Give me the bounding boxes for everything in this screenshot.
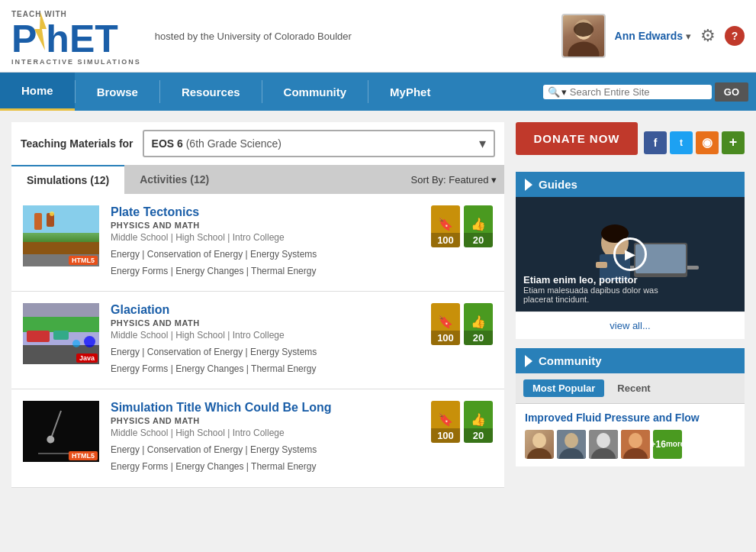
svg-marker-0 bbox=[34, 12, 47, 50]
sim-subject-2: PHYSICS AND MATH bbox=[111, 318, 420, 328]
nav-item-community[interactable]: Community bbox=[262, 73, 368, 111]
svg-point-14 bbox=[527, 448, 552, 459]
sort-label: Sort By: Featured bbox=[410, 174, 488, 186]
filter-dropdown-arrow: ▾ bbox=[479, 135, 486, 152]
score-like-num-3: 20 bbox=[464, 428, 493, 443]
community-post: Improved Fluid Pressure and Flow bbox=[516, 404, 745, 466]
nav-item-browse[interactable]: Browse bbox=[76, 73, 159, 111]
user-dropdown-arrow[interactable]: ▾ bbox=[686, 31, 691, 42]
sim-title-long[interactable]: Simulation Title Which Could Be Long bbox=[111, 401, 420, 415]
sim-thumbnail-glaciation[interactable]: Java bbox=[23, 303, 99, 364]
svg-point-3 bbox=[568, 41, 599, 58]
tab-activities[interactable]: Activities (12) bbox=[124, 166, 224, 193]
thumbsup-icon-1: 👍 bbox=[471, 212, 486, 231]
sim-thumbnail-long[interactable]: HTML5 bbox=[23, 401, 99, 462]
top-right: Ann Edwards ▾ ⚙ ? bbox=[561, 14, 745, 58]
score-like-num-2: 20 bbox=[464, 331, 493, 345]
guides-view-all[interactable]: view all... bbox=[516, 312, 745, 339]
logo-lightning bbox=[33, 12, 48, 52]
content-area: Teaching Materials for EOS 6 (6th Grade … bbox=[0, 111, 756, 499]
html5-badge-3: HTML5 bbox=[69, 451, 98, 460]
nav-item-myphet[interactable]: MyPhet bbox=[368, 73, 452, 111]
nav-item-home[interactable]: Home bbox=[0, 73, 75, 111]
post-avatar-2 bbox=[557, 430, 586, 459]
play-button[interactable]: ▶ bbox=[613, 237, 647, 271]
twitter-icon[interactable]: t bbox=[670, 131, 693, 154]
logo-het: hET bbox=[46, 20, 117, 58]
social-icons: f t ◉ + bbox=[644, 131, 745, 154]
filter-value: EOS 6 (6th Grade Science) bbox=[152, 137, 281, 150]
score-bookmark-1[interactable]: 🔖 100 bbox=[431, 205, 460, 247]
community-tab-recent[interactable]: Recent bbox=[608, 379, 659, 397]
sim-item-glaciation: Java Glaciation PHYSICS AND MATH Middle … bbox=[11, 292, 504, 389]
svg-point-4 bbox=[573, 22, 593, 37]
filter-select[interactable]: EOS 6 (6th Grade Science) ▾ bbox=[143, 130, 495, 157]
score-bookmark-2[interactable]: 🔖 100 bbox=[431, 303, 460, 345]
go-button[interactable]: GO bbox=[715, 82, 748, 102]
donate-button[interactable]: DONATE NOW bbox=[516, 122, 638, 155]
sim-scores-1: 🔖 100 👍 20 bbox=[431, 205, 493, 247]
post-avatar-3 bbox=[589, 430, 618, 459]
sort-area[interactable]: Sort By: Featured ▾ bbox=[410, 174, 504, 186]
avatar bbox=[561, 14, 606, 58]
tabs-row: Simulations (12) Activities (12) Sort By… bbox=[11, 165, 504, 194]
user-name[interactable]: Ann Edwards bbox=[615, 30, 683, 42]
interactive-simulations-text: INTERACTIVE SIMULATIONS bbox=[11, 58, 141, 66]
sim-levels-1: Middle School | High School | Intro Coll… bbox=[111, 232, 420, 243]
bookmark-icon-2: 🔖 bbox=[438, 310, 453, 329]
top-bar: TEACH WITH P hET INTERACTIVE SIMULATIONS… bbox=[0, 0, 756, 73]
sim-item-long-title: HTML5 Simulation Title Which Could Be Lo… bbox=[11, 389, 504, 487]
sim-tags-1: Energy | Conservation of Energy | Energy… bbox=[111, 247, 420, 279]
help-icon[interactable]: ? bbox=[725, 26, 745, 46]
bookmark-icon-3: 🔖 bbox=[438, 408, 453, 427]
more-avatars[interactable]: +16 more bbox=[653, 430, 682, 459]
search-input[interactable] bbox=[570, 86, 707, 98]
post-title[interactable]: Improved Fluid Pressure and Flow bbox=[525, 412, 735, 424]
sim-info-plate-tectonics: Plate Tectonics PHYSICS AND MATH Middle … bbox=[111, 205, 420, 279]
post-avatar-4 bbox=[621, 430, 650, 459]
sim-info-long: Simulation Title Which Could Be Long PHY… bbox=[111, 401, 420, 475]
svg-point-13 bbox=[532, 433, 546, 448]
facebook-icon[interactable]: f bbox=[644, 131, 667, 154]
gear-icon[interactable]: ⚙ bbox=[700, 26, 716, 46]
tab-simulations[interactable]: Simulations (12) bbox=[11, 165, 124, 194]
java-badge-2: Java bbox=[76, 353, 98, 363]
sim-levels-3: Middle School | High School | Intro Coll… bbox=[111, 428, 420, 438]
guides-video-sub: Etiam malesuada dapibus dolor wasplacera… bbox=[523, 286, 658, 304]
community-section: Community Most Popular Recent Improved F… bbox=[516, 348, 745, 466]
post-avatars: +16 more bbox=[525, 430, 735, 459]
sim-list: HTML5 Plate Tectonics PHYSICS AND MATH M… bbox=[11, 194, 504, 488]
hosted-text: hosted by the University of Colorado Bou… bbox=[155, 31, 352, 42]
score-like-1[interactable]: 👍 20 bbox=[464, 205, 493, 247]
more-count: +16 bbox=[651, 439, 666, 450]
score-bookmark-num-2: 100 bbox=[431, 331, 460, 345]
search-type-button[interactable]: 🔍 ▾ bbox=[548, 86, 567, 98]
sim-subject-1: PHYSICS AND MATH bbox=[111, 221, 420, 230]
score-like-3[interactable]: 👍 20 bbox=[464, 401, 493, 443]
googleplus-icon[interactable]: + bbox=[722, 131, 745, 154]
sim-thumbnail-plate-tectonics[interactable]: HTML5 bbox=[23, 205, 99, 266]
rss-icon[interactable]: ◉ bbox=[696, 131, 719, 154]
main-column: Teaching Materials for EOS 6 (6th Grade … bbox=[11, 122, 504, 488]
right-column: DONATE NOW f t ◉ + Guides bbox=[516, 122, 745, 488]
sim-title-plate-tectonics[interactable]: Plate Tectonics bbox=[111, 205, 420, 219]
sim-scores-2: 🔖 100 👍 20 bbox=[431, 303, 493, 345]
search-box-wrapper: 🔍 ▾ bbox=[543, 85, 712, 99]
community-tabs: Most Popular Recent bbox=[516, 373, 745, 404]
sim-tags-3: Energy | Conservation of Energy | Energy… bbox=[111, 442, 420, 475]
sim-subject-3: PHYSICS AND MATH bbox=[111, 416, 420, 425]
score-bookmark-3[interactable]: 🔖 100 bbox=[431, 401, 460, 443]
score-like-2[interactable]: 👍 20 bbox=[464, 303, 493, 345]
sim-title-glaciation[interactable]: Glaciation bbox=[111, 303, 420, 317]
sim-tags-2: Energy | Conservation of Energy | Energy… bbox=[111, 344, 420, 377]
score-like-num-1: 20 bbox=[464, 233, 493, 247]
search-area: 🔍 ▾ GO bbox=[543, 82, 748, 102]
nav-bar: Home Browse Resources Community MyPhet 🔍… bbox=[0, 73, 756, 111]
sim-info-glaciation: Glaciation PHYSICS AND MATH Middle Schoo… bbox=[111, 303, 420, 377]
community-tab-popular[interactable]: Most Popular bbox=[523, 379, 604, 397]
svg-point-19 bbox=[597, 433, 610, 448]
nav-item-resources[interactable]: Resources bbox=[160, 73, 262, 111]
guides-video[interactable]: ▶ Etiam enim leo, porttitor Etiam malesu… bbox=[516, 197, 745, 312]
score-bookmark-num-3: 100 bbox=[431, 428, 460, 443]
svg-rect-11 bbox=[596, 262, 607, 268]
